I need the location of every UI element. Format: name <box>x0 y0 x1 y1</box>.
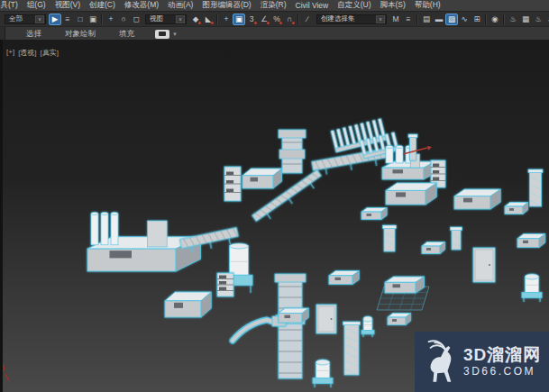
keyboard-override-icon[interactable]: ▣ <box>233 14 245 25</box>
menubar-item-scripting[interactable]: 脚本(S) <box>376 0 410 11</box>
panel-slot-icon <box>159 32 166 36</box>
named-selection-sets-dropdown[interactable]: 创建选择集∨ <box>316 14 387 24</box>
named-selection-sets-dropdown-value: 创建选择集 <box>321 14 373 23</box>
toolbar-separator <box>416 14 418 24</box>
model-box[interactable] <box>422 242 445 254</box>
model-box[interactable] <box>454 189 500 209</box>
menubar-item-rendering[interactable]: 渲染(R) <box>256 0 291 11</box>
model-plant[interactable] <box>382 145 435 179</box>
layer-manager-icon[interactable]: ▤ <box>420 14 433 25</box>
reference-coordinate-dropdown[interactable]: 视图∨ <box>145 14 187 24</box>
rendered-frame-window-icon[interactable]: ▦ <box>519 14 532 25</box>
model-cab[interactable] <box>316 305 336 333</box>
select-rotate-icon[interactable]: ○ <box>117 14 130 25</box>
chevron-down-icon[interactable]: ∨ <box>35 15 44 23</box>
percent-snap-icon[interactable]: % <box>270 14 283 25</box>
spinner-snap-icon[interactable]: ∩ <box>283 14 296 25</box>
red-accent-dot <box>267 22 270 24</box>
model-tower[interactable] <box>451 227 462 250</box>
model-rack[interactable] <box>224 167 241 201</box>
red-accent-dot <box>279 22 282 24</box>
rectangular-selection-region-icon[interactable]: □ <box>74 14 87 25</box>
red-accent-dot <box>211 22 214 24</box>
viewport-menu-button[interactable]: [+] <box>6 48 14 58</box>
material-editor-icon[interactable]: ◉ <box>489 14 501 25</box>
menubar-item-create[interactable]: 创建(C) <box>85 0 120 11</box>
select-by-name-icon[interactable]: ≡ <box>61 14 74 25</box>
watermark: 3D溜溜网 3D66.COM <box>415 332 549 392</box>
menubar-item-group[interactable]: 组(G) <box>23 0 50 11</box>
menubar-item-civil-view[interactable]: Civil View <box>291 1 334 10</box>
menubar-item-help[interactable]: 帮助(H) <box>410 0 445 11</box>
model-tank[interactable] <box>522 274 542 302</box>
menubar-item-tools[interactable]: 工具(T) <box>0 0 23 11</box>
model-tank[interactable] <box>313 360 333 387</box>
scene-explorer-icon[interactable]: ▨ <box>445 14 458 25</box>
render-iterative-icon[interactable]: ♨ <box>544 14 549 25</box>
model-box[interactable] <box>386 183 436 205</box>
ribbon-tab-populate[interactable]: 填充 <box>107 29 146 40</box>
watermark-url: 3D66.COM <box>463 366 541 378</box>
schematic-view-icon[interactable]: ⊞ <box>471 14 483 25</box>
chevron-down-icon[interactable]: ▼ <box>172 32 178 37</box>
model-box[interactable] <box>242 169 282 188</box>
model-fence[interactable] <box>331 118 387 152</box>
toolbar-separator <box>297 14 299 24</box>
chevron-down-icon[interactable]: ∨ <box>176 15 185 23</box>
mirror-icon[interactable]: M <box>389 14 402 25</box>
model-box[interactable] <box>385 277 425 293</box>
model-box[interactable] <box>388 314 411 325</box>
select-object-icon[interactable]: ▶ <box>49 14 61 25</box>
model-arm[interactable] <box>233 316 286 341</box>
select-scale-icon[interactable]: ◻ <box>130 14 142 25</box>
menubar-item-modifiers[interactable]: 修改器(M) <box>120 0 163 11</box>
render-production-icon[interactable]: ♨ <box>532 14 544 25</box>
ribbon-handle[interactable] <box>0 27 5 41</box>
align-icon[interactable]: ≡ <box>402 14 415 25</box>
model-box[interactable] <box>505 203 528 214</box>
model-tower[interactable] <box>343 322 361 375</box>
angle-snap-icon[interactable]: ∠ <box>258 14 270 25</box>
main-toolbar: 全部∨▶≡□▣+○◻视图∨◆◣+▣3∠%∩∕创建选择集∨M≡▤▬▨∿⊞◉♨▦♨♨… <box>0 11 549 26</box>
perspective-viewport[interactable]: [+] [透视] [真实] 3D溜溜网 3D66.COM <box>0 40 549 392</box>
viewport-shading-button[interactable]: [真实] <box>41 48 59 58</box>
reference-coordinate-dropdown-value: 视图 <box>150 14 173 23</box>
model-box[interactable] <box>329 271 359 285</box>
render-setup-icon[interactable]: ♨ <box>507 14 519 25</box>
ribbon-tab-select[interactable]: 选择 <box>14 29 53 40</box>
model-box[interactable] <box>361 208 387 220</box>
select-place-icon[interactable]: ◣ <box>202 14 215 25</box>
selection-filter-dropdown[interactable]: 全部∨ <box>5 14 46 24</box>
model-rack[interactable] <box>217 273 233 296</box>
viewport-view-button[interactable]: [透视] <box>18 48 36 58</box>
model-box[interactable] <box>517 234 545 248</box>
chevron-down-icon[interactable]: ∨ <box>376 15 385 23</box>
snap-toggle-3d-icon[interactable]: 3 <box>245 14 258 25</box>
model-tower[interactable] <box>408 134 417 160</box>
ribbon-toggle-icon[interactable]: ▬ <box>433 14 445 25</box>
ribbon-panel-icon[interactable] <box>155 30 169 39</box>
select-manipulate-icon[interactable]: + <box>220 14 233 25</box>
model-box[interactable] <box>279 308 308 323</box>
curve-editor-icon[interactable]: ∿ <box>458 14 471 25</box>
menubar-item-graph-editors[interactable]: 图形编辑器(D) <box>197 0 255 11</box>
menubar-item-customize[interactable]: 自定义(U) <box>333 0 375 11</box>
menu-bar: 工具(T)组(G)视图(V)创建(C)修改器(M)动画(A)图形编辑器(D)渲染… <box>0 0 549 11</box>
model-box[interactable] <box>165 292 211 317</box>
select-move-icon[interactable]: + <box>105 14 117 25</box>
model-redmark <box>3 362 9 381</box>
model-tower[interactable] <box>528 169 543 206</box>
use-pivot-center-icon[interactable]: ◆ <box>189 14 202 25</box>
window-crossing-icon[interactable]: ▣ <box>87 14 99 25</box>
menubar-item-views[interactable]: 视图(V) <box>50 0 85 11</box>
edit-selection-sets-icon[interactable]: ∕ <box>301 14 314 25</box>
model-tank[interactable] <box>361 316 374 337</box>
red-accent-dot <box>254 22 257 24</box>
menubar-item-animation[interactable]: 动画(A) <box>163 0 197 11</box>
viewport-label: [+] [透视] [真实] <box>6 48 59 58</box>
ribbon-tab-object-paint[interactable]: 对象绘制 <box>53 29 107 40</box>
model-cab[interactable] <box>473 248 495 282</box>
toolbar-separator <box>216 14 218 24</box>
model-tower[interactable] <box>383 225 397 251</box>
model-crane[interactable] <box>279 130 306 173</box>
